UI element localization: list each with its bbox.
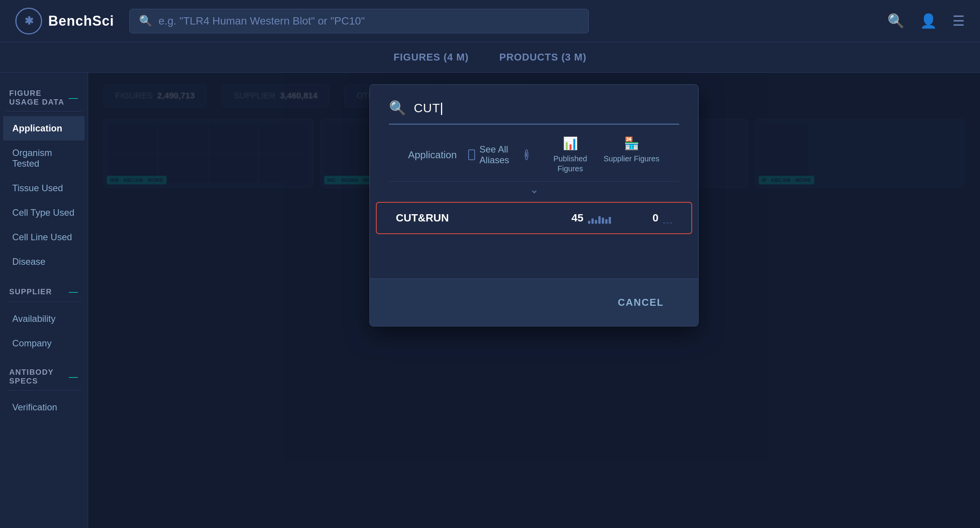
search-placeholder-text: e.g. "TLR4 Human Western Blot" or "PC10" — [158, 15, 365, 27]
result-supplier-count: 0 — [639, 212, 658, 224]
mini-bar-4 — [598, 216, 601, 224]
logo-icon: ✱ — [15, 8, 42, 34]
mini-bar-5 — [602, 218, 604, 224]
sidebar-item-application[interactable]: Application — [3, 116, 85, 141]
col-label-published: Published Figures — [540, 154, 601, 174]
sidebar-item-cell-type[interactable]: Cell Type Used — [3, 200, 85, 225]
logo-text: BenchSci — [48, 13, 114, 29]
result-mini-bars — [588, 212, 611, 224]
cancel-button[interactable]: CANCEL — [603, 290, 679, 315]
col-header-supplier: 🏪 Supplier Figures — [601, 136, 662, 174]
sidebar-section-supplier: SUPPLIER — Availability Company — [0, 282, 88, 356]
sidebar-section-label-supplier: SUPPLIER — [9, 287, 52, 296]
modal-divider — [389, 181, 679, 182]
main-content: FIGURE USAGE DATA — Application Organism… — [0, 73, 980, 528]
sidebar-section-toggle-antibody-specs[interactable]: — — [69, 371, 79, 382]
supplier-bar-2 — [666, 222, 669, 224]
sidebar-divider-2 — [6, 302, 82, 302]
sidebar-section-header-figure-usage: FIGURE USAGE DATA — — [0, 84, 88, 111]
published-figures-icon: 📊 — [563, 136, 578, 151]
modal-search-icon: 🔍 — [389, 100, 406, 116]
nav-search-icon[interactable]: 🔍 — [887, 13, 905, 29]
see-all-aliases-checkbox[interactable]: See All Aliases — [468, 144, 513, 166]
mini-bar-3 — [595, 220, 597, 224]
checkbox-see-all-aliases[interactable] — [468, 149, 475, 160]
nav-menu-icon[interactable]: ☰ — [952, 13, 965, 29]
sidebar-divider-1 — [6, 111, 82, 112]
result-name-cutrun: CUT&RUN — [396, 212, 550, 224]
modal-search-input[interactable]: 🔍 CUT — [389, 100, 679, 125]
result-published-count: 45 — [564, 212, 583, 224]
sidebar-item-organism[interactable]: Organism Tested — [3, 141, 85, 176]
sidebar-item-company[interactable]: Company — [3, 331, 85, 356]
sidebar-divider-3 — [6, 390, 82, 390]
sidebar-section-header-antibody-specs: ANTIBODY SPECS — — [0, 363, 88, 390]
sidebar-item-verification[interactable]: Verification — [3, 395, 85, 420]
sidebar-item-availability[interactable]: Availability — [3, 307, 85, 331]
navbar: ✱ BenchSci 🔍 e.g. "TLR4 Human Western Bl… — [0, 0, 980, 42]
logo: ✱ BenchSci — [15, 8, 114, 34]
content-area: FIGURES 2,490,713 SUPPLIER 3,460,814 OTH… — [88, 73, 980, 528]
sidebar-item-tissue[interactable]: Tissue Used — [3, 176, 85, 200]
sidebar-section-header-supplier: SUPPLIER — — [0, 282, 88, 302]
nav-icons: 🔍 👤 ☰ — [887, 13, 965, 29]
modal-search-area: 🔍 CUT Application See All Aliases i — [370, 85, 698, 181]
chevron-divider: ⌄ — [370, 183, 698, 196]
sidebar-section-toggle-supplier[interactable]: — — [69, 286, 79, 297]
modal-filters: Application See All Aliases i 📊 Publishe… — [389, 136, 679, 181]
sidebar-section-toggle-figure-usage[interactable]: — — [69, 92, 79, 103]
modal-overlay: 🔍 CUT Application See All Aliases i — [88, 73, 980, 528]
global-search-bar[interactable]: 🔍 e.g. "TLR4 Human Western Blot" or "PC1… — [129, 9, 589, 33]
search-icon: 🔍 — [139, 15, 152, 27]
chevron-down-icon: ⌄ — [530, 183, 539, 196]
text-cursor — [441, 103, 442, 115]
info-icon[interactable]: i — [525, 149, 528, 160]
column-headers: 📊 Published Figures 🏪 Supplier Figures — [540, 136, 662, 174]
nav-user-icon[interactable]: 👤 — [920, 13, 937, 29]
tab-figures[interactable]: FIGURES (4 M) — [394, 51, 469, 63]
col-label-supplier: Supplier Figures — [604, 154, 660, 164]
filter-label: Application — [408, 149, 457, 161]
tabbar: FIGURES (4 M) PRODUCTS (3 M) — [0, 42, 980, 73]
result-supplier-bars — [663, 212, 672, 224]
modal-footer: CANCEL — [370, 279, 698, 326]
col-header-published: 📊 Published Figures — [540, 136, 601, 174]
result-row-cutrun[interactable]: CUT&RUN 45 — [376, 202, 692, 234]
result-published-container: 45 — [550, 212, 611, 224]
mini-bar-6 — [605, 219, 608, 224]
sidebar-section-label-figure-usage: FIGURE USAGE DATA — [9, 89, 69, 107]
sidebar: FIGURE USAGE DATA — Application Organism… — [0, 73, 88, 528]
sidebar-item-disease[interactable]: Disease — [3, 249, 85, 274]
modal-results: CUT&RUN 45 — [370, 202, 698, 279]
supplier-bar-1 — [663, 222, 665, 224]
result-supplier-container: 0 — [611, 212, 672, 224]
search-modal: 🔍 CUT Application See All Aliases i — [369, 84, 699, 326]
see-all-aliases-label: See All Aliases — [480, 144, 513, 166]
sidebar-section-label-antibody-specs: ANTIBODY SPECS — [9, 368, 69, 385]
tab-products[interactable]: PRODUCTS (3 M) — [499, 51, 586, 63]
supplier-bar-3 — [670, 222, 672, 224]
supplier-figures-icon: 🏪 — [624, 136, 639, 151]
sidebar-section-antibody-specs: ANTIBODY SPECS — Verification — [0, 363, 88, 420]
mini-bar-1 — [588, 221, 590, 224]
sidebar-item-cell-line[interactable]: Cell Line Used — [3, 225, 85, 249]
sidebar-section-figure-usage: FIGURE USAGE DATA — Application Organism… — [0, 84, 88, 274]
modal-search-value: CUT — [414, 101, 442, 115]
mini-bar-2 — [591, 218, 594, 224]
